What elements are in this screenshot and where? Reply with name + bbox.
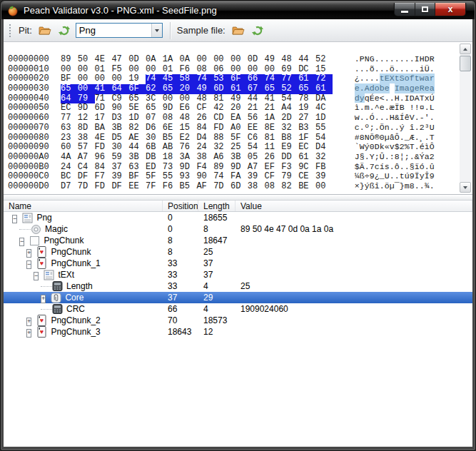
ascii-char[interactable]: . xyxy=(365,162,370,172)
hex-byte[interactable]: A0 xyxy=(231,123,248,133)
hex-byte[interactable]: 65 xyxy=(128,94,146,104)
hex-row[interactable]: 00000040647971C9653C000048814944415478DA… xyxy=(8,93,472,103)
hex-byte[interactable]: 61 xyxy=(298,153,315,163)
ascii-char[interactable]: . xyxy=(430,113,435,123)
hex-row[interactable]: 00000050EC9D6D905E659DE6CF42202121A4194C… xyxy=(8,103,472,113)
ascii-char[interactable]: k xyxy=(380,142,385,152)
ascii-char[interactable]: A xyxy=(365,83,370,93)
expand-plus-icon[interactable]: + xyxy=(26,318,31,326)
ascii-char[interactable]: . xyxy=(390,162,395,172)
hex-byte[interactable]: 44 xyxy=(248,94,265,104)
hex-byte[interactable]: A7 xyxy=(78,153,95,163)
hex-byte[interactable]: FD xyxy=(95,143,112,153)
hex-byte[interactable]: 48 xyxy=(281,55,298,65)
ascii-char[interactable]: ® xyxy=(375,133,380,143)
ascii-char[interactable]: 2 xyxy=(420,123,425,133)
ascii-char[interactable]: Ï xyxy=(395,103,400,113)
ascii-char[interactable]: 0 xyxy=(370,142,375,152)
hex-byte[interactable]: 90 xyxy=(111,103,128,113)
hex-byte[interactable]: 5F xyxy=(146,172,163,182)
ascii-char[interactable]: ` xyxy=(355,142,360,152)
ascii-char[interactable]: I xyxy=(395,83,400,93)
ascii-char[interactable]: e xyxy=(355,83,360,93)
expand-plus-icon[interactable]: + xyxy=(26,249,31,258)
ascii-char[interactable]: ý xyxy=(365,142,370,152)
ascii-char[interactable]: . xyxy=(430,64,435,74)
hex-byte[interactable]: 9D xyxy=(231,163,248,173)
hex-byte[interactable]: DD xyxy=(281,153,298,163)
column-header-name[interactable]: Name xyxy=(4,201,163,211)
collapse-minus-icon[interactable]: − xyxy=(34,272,39,280)
hex-byte[interactable]: 0D xyxy=(248,55,265,65)
ascii-char[interactable]: R xyxy=(420,83,425,93)
hex-byte[interactable]: 82 xyxy=(281,182,298,192)
ascii-char[interactable]: t xyxy=(400,171,405,181)
ascii-char[interactable]: y xyxy=(360,93,365,103)
ascii-char[interactable]: ö xyxy=(390,64,395,74)
hex-row[interactable]: 000000A04AA796593BDB183A38A63B0526DD6132… xyxy=(8,152,472,162)
collapse-minus-icon[interactable]: − xyxy=(12,215,17,223)
ascii-char[interactable]: s xyxy=(385,162,390,172)
ascii-char[interactable]: Û xyxy=(380,152,385,162)
ascii-char[interactable]: . xyxy=(415,123,420,133)
ascii-char[interactable]: . xyxy=(360,103,365,113)
ascii-char[interactable]: . xyxy=(400,162,405,172)
ascii-char[interactable]: ö xyxy=(385,181,390,191)
hex-byte[interactable]: BC xyxy=(61,172,78,182)
ascii-char[interactable]: § xyxy=(360,152,365,162)
hex-byte[interactable]: 82 xyxy=(128,123,146,133)
collapse-minus-icon[interactable]: − xyxy=(19,238,24,246)
ascii-char[interactable]: D xyxy=(375,142,380,152)
ascii-char[interactable]: î xyxy=(375,181,380,191)
scroll-down-button[interactable] xyxy=(460,182,471,193)
ascii-char[interactable]: w xyxy=(420,74,425,83)
hex-scrollbar[interactable] xyxy=(460,44,471,193)
hex-byte[interactable]: 39 xyxy=(315,172,333,182)
hex-byte[interactable]: 20 xyxy=(180,84,197,94)
ascii-char[interactable]: H xyxy=(390,113,395,123)
expand-plus-icon[interactable]: + xyxy=(26,329,31,338)
ascii-char[interactable]: ; xyxy=(405,152,410,162)
ascii-char[interactable]: . xyxy=(405,162,410,172)
ascii-char[interactable]: 9 xyxy=(410,171,415,181)
hex-byte[interactable]: 25 xyxy=(231,143,248,153)
hex-byte[interactable]: BF xyxy=(61,74,78,84)
hex-byte[interactable]: 65 xyxy=(265,84,282,94)
ascii-char[interactable]: 9 xyxy=(430,171,435,181)
ascii-char[interactable]: a xyxy=(425,152,430,162)
ascii-char[interactable]: ! xyxy=(415,103,420,113)
ascii-char[interactable]: e xyxy=(425,83,430,93)
ascii-char[interactable]: â xyxy=(390,133,395,143)
ascii-char[interactable]: . xyxy=(360,123,365,133)
ascii-char[interactable]: o xyxy=(375,83,380,93)
hex-byte[interactable]: 44 xyxy=(128,143,146,153)
ascii-char[interactable]: S xyxy=(400,74,405,83)
ascii-char[interactable]: H xyxy=(395,93,400,103)
ascii-char[interactable]: ! xyxy=(410,103,415,113)
hex-row[interactable]: 000000C0BCDFF739BF5F55939074FA39CF79CE39… xyxy=(8,171,472,181)
hex-byte[interactable]: D5 xyxy=(111,133,128,143)
ascii-char[interactable]: Æ xyxy=(410,133,415,143)
ascii-char[interactable]: ; xyxy=(370,123,375,133)
ascii-char[interactable]: ß xyxy=(370,181,375,191)
hex-byte[interactable]: C9 xyxy=(111,94,128,104)
hex-byte[interactable]: 21 xyxy=(265,103,282,113)
ascii-char[interactable]: . xyxy=(425,103,430,113)
hex-byte[interactable]: 8E xyxy=(265,123,282,133)
ascii-char[interactable]: e xyxy=(415,83,420,93)
ascii-char[interactable]: . xyxy=(380,181,385,191)
hex-byte[interactable]: 00 xyxy=(196,55,213,65)
hex-byte[interactable]: 24 xyxy=(196,143,213,153)
hex-byte[interactable]: 07 xyxy=(146,113,163,123)
hex-byte[interactable]: 0D xyxy=(128,55,146,65)
tree-row[interactable]: −♥PngChunk_13337 xyxy=(4,258,472,269)
hex-byte[interactable]: 4E xyxy=(95,133,112,143)
hex-byte[interactable]: 18 xyxy=(163,153,180,163)
ascii-char[interactable]: Ú xyxy=(430,93,435,103)
hex-byte[interactable]: 93 xyxy=(180,172,197,182)
hex-byte[interactable]: F6 xyxy=(180,65,197,75)
ascii-char[interactable]: & xyxy=(395,113,400,123)
ascii-char[interactable]: . xyxy=(355,64,360,74)
ascii-char[interactable]: Y xyxy=(370,152,375,162)
tree-row[interactable]: −tEXt3337 xyxy=(4,269,472,280)
